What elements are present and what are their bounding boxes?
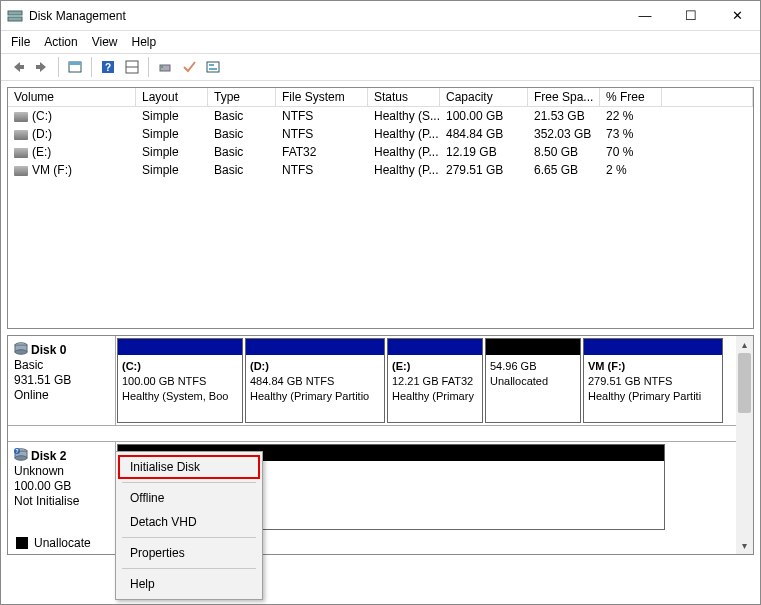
partition-label: (E:)12.21 GB FAT32Healthy (Primary xyxy=(388,355,482,406)
layout-button[interactable] xyxy=(121,56,143,78)
forward-button[interactable] xyxy=(31,56,53,78)
close-button[interactable]: ✕ xyxy=(714,1,760,31)
cell-pct: 73 % xyxy=(600,127,662,141)
legend: Unallocate xyxy=(8,532,99,554)
disk2-label[interactable]: ?Disk 2 Unknown 100.00 GB Not Initialise xyxy=(8,442,116,532)
cell-pct: 2 % xyxy=(600,163,662,177)
legend-label-unallocated: Unallocate xyxy=(34,536,91,550)
context-menu-sep xyxy=(122,537,256,538)
refresh-button[interactable] xyxy=(154,56,176,78)
menu-help[interactable]: Help xyxy=(118,572,260,596)
scroll-thumb[interactable] xyxy=(738,353,751,413)
cell-volume: VM (F:) xyxy=(8,163,136,177)
col-filesystem[interactable]: File System xyxy=(276,88,368,106)
svg-rect-0 xyxy=(8,11,22,15)
cell-fs: NTFS xyxy=(276,127,368,141)
volume-list-header: Volume Layout Type File System Status Ca… xyxy=(8,88,753,107)
col-capacity[interactable]: Capacity xyxy=(440,88,528,106)
svg-rect-11 xyxy=(209,64,214,66)
disk2-size: 100.00 GB xyxy=(14,479,71,493)
menu-help[interactable]: Help xyxy=(132,35,157,49)
context-menu-sep xyxy=(122,568,256,569)
checkmark-button[interactable] xyxy=(178,56,200,78)
toolbar-separator xyxy=(91,57,92,77)
partition-stripe xyxy=(584,339,722,355)
partition-stripe xyxy=(118,339,242,355)
toolbar: ? xyxy=(1,53,760,81)
scroll-down-icon[interactable]: ▾ xyxy=(736,537,753,554)
view-button[interactable] xyxy=(64,56,86,78)
disk2-state: Not Initialise xyxy=(14,494,79,508)
partition-label: (D:)484.84 GB NTFSHealthy (Primary Parti… xyxy=(246,355,384,406)
cell-status: Healthy (P... xyxy=(368,145,440,159)
menu-initialise-disk[interactable]: Initialise Disk xyxy=(118,455,260,479)
table-row[interactable]: (C:)SimpleBasicNTFSHealthy (S...100.00 G… xyxy=(8,107,753,125)
cell-volume: (D:) xyxy=(8,127,136,141)
svg-text:?: ? xyxy=(15,448,18,454)
cell-type: Basic xyxy=(208,109,276,123)
cell-layout: Simple xyxy=(136,109,208,123)
partition-stripe xyxy=(388,339,482,355)
context-menu-sep xyxy=(122,482,256,483)
cell-volume: (C:) xyxy=(8,109,136,123)
menu-file[interactable]: File xyxy=(11,35,30,49)
cell-layout: Simple xyxy=(136,127,208,141)
scrollbar[interactable]: ▴ ▾ xyxy=(736,336,753,554)
drive-icon xyxy=(14,166,28,176)
cell-type: Basic xyxy=(208,127,276,141)
col-extra[interactable] xyxy=(662,88,753,106)
cell-capacity: 484.84 GB xyxy=(440,127,528,141)
cell-fs: NTFS xyxy=(276,109,368,123)
disk0-state: Online xyxy=(14,388,49,402)
toolbar-separator xyxy=(58,57,59,77)
title-bar: Disk Management — ☐ ✕ xyxy=(1,1,760,31)
minimize-button[interactable]: — xyxy=(622,1,668,31)
col-status[interactable]: Status xyxy=(368,88,440,106)
cell-layout: Simple xyxy=(136,163,208,177)
disk2-name: Disk 2 xyxy=(31,449,66,463)
menu-detach-vhd[interactable]: Detach VHD xyxy=(118,510,260,534)
menu-bar: File Action View Help xyxy=(1,31,760,53)
menu-properties[interactable]: Properties xyxy=(118,541,260,565)
col-layout[interactable]: Layout xyxy=(136,88,208,106)
maximize-button[interactable]: ☐ xyxy=(668,1,714,31)
scroll-up-icon[interactable]: ▴ xyxy=(736,336,753,353)
disk2-type: Unknown xyxy=(14,464,64,478)
app-icon xyxy=(7,8,23,24)
window-title: Disk Management xyxy=(29,9,622,23)
table-row[interactable]: (E:)SimpleBasicFAT32Healthy (P...12.19 G… xyxy=(8,143,753,161)
cell-type: Basic xyxy=(208,163,276,177)
menu-action[interactable]: Action xyxy=(44,35,77,49)
partition-block[interactable]: 54.96 GBUnallocated xyxy=(485,338,581,423)
partition-block[interactable]: VM (F:)279.51 GB NTFSHealthy (Primary Pa… xyxy=(583,338,723,423)
col-pctfree[interactable]: % Free xyxy=(600,88,662,106)
partition-block[interactable]: (C:)100.00 GB NTFSHealthy (System, Boo xyxy=(117,338,243,423)
cell-status: Healthy (P... xyxy=(368,127,440,141)
cell-capacity: 100.00 GB xyxy=(440,109,528,123)
legend-swatch-unallocated xyxy=(16,537,28,549)
partition-block[interactable]: (E:)12.21 GB FAT32Healthy (Primary xyxy=(387,338,483,423)
menu-offline[interactable]: Offline xyxy=(118,486,260,510)
help-button[interactable]: ? xyxy=(97,56,119,78)
col-type[interactable]: Type xyxy=(208,88,276,106)
cell-pct: 22 % xyxy=(600,109,662,123)
cell-status: Healthy (P... xyxy=(368,163,440,177)
drive-icon xyxy=(14,112,28,122)
disk-help-icon: ? xyxy=(14,448,28,462)
disk0-label[interactable]: Disk 0 Basic 931.51 GB Online xyxy=(8,336,116,425)
col-volume[interactable]: Volume xyxy=(8,88,136,106)
partition-label: VM (F:)279.51 GB NTFSHealthy (Primary Pa… xyxy=(584,355,722,406)
back-button[interactable] xyxy=(7,56,29,78)
col-freespace[interactable]: Free Spa... xyxy=(528,88,600,106)
menu-view[interactable]: View xyxy=(92,35,118,49)
volume-list[interactable]: Volume Layout Type File System Status Ca… xyxy=(7,87,754,329)
svg-point-18 xyxy=(15,456,27,460)
table-row[interactable]: (D:)SimpleBasicNTFSHealthy (P...484.84 G… xyxy=(8,125,753,143)
disk-row-0[interactable]: Disk 0 Basic 931.51 GB Online (C:)100.00… xyxy=(8,336,753,426)
settings-button[interactable] xyxy=(202,56,224,78)
table-row[interactable]: VM (F:)SimpleBasicNTFSHealthy (P...279.5… xyxy=(8,161,753,179)
cell-status: Healthy (S... xyxy=(368,109,440,123)
cell-capacity: 279.51 GB xyxy=(440,163,528,177)
partition-block[interactable]: (D:)484.84 GB NTFSHealthy (Primary Parti… xyxy=(245,338,385,423)
cell-layout: Simple xyxy=(136,145,208,159)
